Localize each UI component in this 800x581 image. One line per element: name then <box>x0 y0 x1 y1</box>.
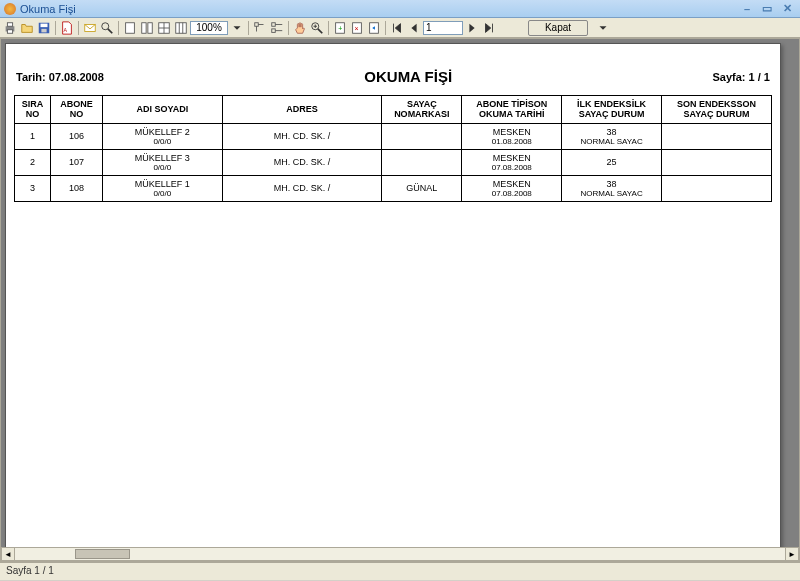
nav-last-icon[interactable] <box>481 20 497 36</box>
table-row: 1106MÜKELLEF 20/0/0MH. CD. SK. /MESKEN01… <box>15 123 772 149</box>
svg-rect-24 <box>272 28 276 32</box>
cell-sira: 1 <box>15 123 51 149</box>
cell-sayac <box>382 123 462 149</box>
svg-rect-22 <box>272 22 276 26</box>
col-abone: ABONE NO <box>50 96 102 124</box>
report-table: SIRA NO ABONE NO ADI SOYADI ADRES SAYAÇ … <box>14 95 772 202</box>
window-title: Okuma Fişi <box>20 3 76 15</box>
cell-adres: MH. CD. SK. / <box>222 123 382 149</box>
cell-tip: MESKEN07.08.2008 <box>462 175 562 201</box>
minimize-button[interactable]: – <box>738 2 756 16</box>
toolbar: A + × Kapat <box>0 18 800 38</box>
scroll-track[interactable] <box>15 547 785 561</box>
scroll-right-icon[interactable]: ► <box>785 547 799 561</box>
svg-rect-5 <box>41 28 46 32</box>
cell-son <box>662 175 772 201</box>
cell-adres: MH. CD. SK. / <box>222 149 382 175</box>
cell-sayac: GÜNAL <box>382 175 462 201</box>
window-titlebar: Okuma Fişi – ▭ ✕ <box>0 0 800 18</box>
cell-tip: MESKEN07.08.2008 <box>462 149 562 175</box>
col-sayac: SAYAÇ NOMARKASI <box>382 96 462 124</box>
nav-prev-icon[interactable] <box>406 20 422 36</box>
col-adres: ADRES <box>222 96 382 124</box>
col-son: SON ENDEKSSON SAYAÇ DURUM <box>662 96 772 124</box>
cell-ad: MÜKELLEF 30/0/0 <box>102 149 222 175</box>
layout2-icon[interactable] <box>139 20 155 36</box>
close-dropdown-icon[interactable] <box>595 20 611 36</box>
svg-line-27 <box>318 28 322 32</box>
col-tip: ABONE TİPİSON OKUMA TARİHİ <box>462 96 562 124</box>
mark-del-icon[interactable]: × <box>349 20 365 36</box>
cell-abone: 108 <box>50 175 102 201</box>
zoom-input[interactable] <box>190 21 228 35</box>
print-icon[interactable] <box>2 20 18 36</box>
close-window-button[interactable]: ✕ <box>778 2 796 16</box>
cell-tip: MESKEN01.08.2008 <box>462 123 562 149</box>
cell-ilk: 25 <box>562 149 662 175</box>
layout4-icon[interactable] <box>173 20 189 36</box>
svg-text:×: × <box>354 24 358 31</box>
hand-icon[interactable] <box>292 20 308 36</box>
cell-adres: MH. CD. SK. / <box>222 175 382 201</box>
svg-rect-11 <box>142 22 146 33</box>
svg-rect-19 <box>255 22 259 26</box>
svg-rect-12 <box>148 22 152 33</box>
pdf-icon[interactable]: A <box>59 20 75 36</box>
svg-rect-1 <box>7 22 12 26</box>
page-input[interactable] <box>423 21 463 35</box>
svg-point-8 <box>102 22 109 29</box>
status-text: Sayfa 1 / 1 <box>6 565 54 576</box>
svg-text:A: A <box>64 26 68 32</box>
tree-expand-icon[interactable] <box>269 20 285 36</box>
report-page-number: Sayfa: 1 / 1 <box>713 71 770 83</box>
col-sira: SIRA NO <box>15 96 51 124</box>
cell-abone: 106 <box>50 123 102 149</box>
cell-ad: MÜKELLEF 20/0/0 <box>102 123 222 149</box>
svg-text:+: + <box>338 24 342 31</box>
report-viewer: Tarih: 07.08.2008 OKUMA FİŞİ Sayfa: 1 / … <box>0 38 800 562</box>
zoom-dropdown-icon[interactable] <box>229 20 245 36</box>
svg-rect-10 <box>126 22 135 33</box>
nav-first-icon[interactable] <box>389 20 405 36</box>
zoom-tool-icon[interactable] <box>309 20 325 36</box>
cell-sira: 3 <box>15 175 51 201</box>
svg-rect-16 <box>176 22 187 33</box>
horizontal-scrollbar[interactable]: ◄ ► <box>1 547 799 561</box>
svg-line-9 <box>108 28 112 32</box>
table-row: 3108MÜKELLEF 10/0/0MH. CD. SK. /GÜNALMES… <box>15 175 772 201</box>
report-date: Tarih: 07.08.2008 <box>16 71 104 83</box>
cell-son <box>662 123 772 149</box>
app-icon <box>4 3 16 15</box>
report-page: Tarih: 07.08.2008 OKUMA FİŞİ Sayfa: 1 / … <box>5 43 781 551</box>
save-icon[interactable] <box>36 20 52 36</box>
cell-ad: MÜKELLEF 10/0/0 <box>102 175 222 201</box>
svg-rect-2 <box>7 29 12 33</box>
find-icon[interactable] <box>99 20 115 36</box>
mark-go-icon[interactable] <box>366 20 382 36</box>
cell-abone: 107 <box>50 149 102 175</box>
mark-add-icon[interactable]: + <box>332 20 348 36</box>
table-header-row: SIRA NO ABONE NO ADI SOYADI ADRES SAYAÇ … <box>15 96 772 124</box>
cell-ilk: 38NORMAL SAYAC <box>562 123 662 149</box>
col-ad: ADI SOYADI <box>102 96 222 124</box>
cell-ilk: 38NORMAL SAYAC <box>562 175 662 201</box>
cell-son <box>662 149 772 175</box>
nav-next-icon[interactable] <box>464 20 480 36</box>
cell-sira: 2 <box>15 149 51 175</box>
maximize-button[interactable]: ▭ <box>758 2 776 16</box>
open-icon[interactable] <box>19 20 35 36</box>
layout3-icon[interactable] <box>156 20 172 36</box>
svg-rect-4 <box>41 23 48 27</box>
scroll-left-icon[interactable]: ◄ <box>1 547 15 561</box>
cell-sayac <box>382 149 462 175</box>
mail-icon[interactable] <box>82 20 98 36</box>
col-ilk: İLK ENDEKSİLK SAYAÇ DURUM <box>562 96 662 124</box>
report-title: OKUMA FİŞİ <box>104 68 713 85</box>
scroll-thumb[interactable] <box>75 549 130 559</box>
tree-collapse-icon[interactable] <box>252 20 268 36</box>
close-button[interactable]: Kapat <box>528 20 588 36</box>
layout1-icon[interactable] <box>122 20 138 36</box>
status-bar: Sayfa 1 / 1 <box>0 562 800 580</box>
table-row: 2107MÜKELLEF 30/0/0MH. CD. SK. /MESKEN07… <box>15 149 772 175</box>
report-header: Tarih: 07.08.2008 OKUMA FİŞİ Sayfa: 1 / … <box>14 68 772 85</box>
